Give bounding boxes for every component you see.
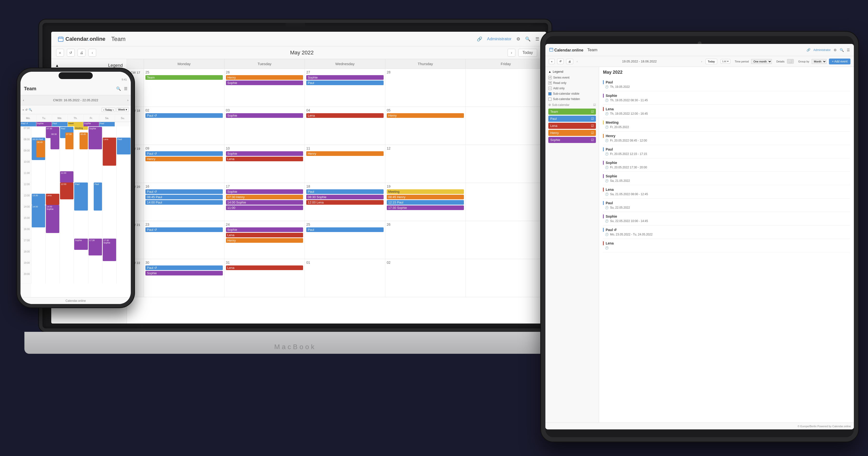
day-cell-20[interactable]	[466, 183, 546, 221]
day-cell-05[interactable]: 05 Henry	[385, 107, 466, 145]
menu-icon[interactable]: ☰	[535, 36, 539, 42]
day-cell-19[interactable]: 19 Meeting 08:45 Henry 12:15 Paul 17:30 …	[385, 183, 466, 221]
event-lena-cw22[interactable]: Lena	[226, 265, 303, 270]
day-cell-26b[interactable]: 26	[385, 221, 466, 259]
event-sophie-cw18[interactable]: Sophie	[226, 113, 303, 118]
phone-ev-henry-thu-0845[interactable]: 08:45	[80, 132, 88, 149]
tablet-person-paul-3[interactable]: Paul	[603, 201, 850, 205]
phone-ev-paul-thu-1215[interactable]: Paul	[74, 183, 88, 210]
tablet-groupby-select[interactable]: Month	[812, 59, 827, 64]
collapse-icon[interactable]: ▲	[55, 63, 59, 68]
nav-refresh-btn[interactable]: ↺	[67, 49, 75, 57]
day-cell-25b[interactable]: 25 Paul	[305, 221, 385, 259]
event-paul-cw18[interactable]: Paul ↺	[146, 113, 223, 118]
event-sophie-cw17-wed[interactable]: Sophie	[306, 75, 383, 80]
event-sophie-cw20-1100[interactable]: 11:00	[226, 205, 303, 210]
tablet-cal-henry[interactable]: Henry ☑	[548, 130, 596, 136]
day-cell-16[interactable]: 16 Paul ↺ 08:45 Paul 14:00 Paul	[144, 183, 224, 221]
phone-mini-meeti[interactable]: Meeti	[68, 122, 84, 126]
phone-mini-sophie-tu[interactable]: Sophie	[36, 122, 52, 126]
phone-nav-first[interactable]: «	[23, 108, 24, 111]
phone-prev-btn[interactable]: ‹ Today ›	[101, 107, 116, 112]
event-henry-cw19-wed[interactable]: Henry	[306, 151, 383, 156]
day-cell-26[interactable]: 26 Henry Sophie	[224, 69, 305, 107]
phone-ev-paul-mon-1330[interactable]: 13:30	[32, 194, 45, 205]
nav-next-btn[interactable]: ›	[507, 49, 516, 57]
day-cell-02[interactable]: 02 Paul ↺	[144, 107, 224, 145]
tablet-nav-refresh[interactable]: ↺	[557, 59, 564, 64]
tablet-nav-print[interactable]: 🖨	[566, 59, 573, 64]
day-cell-11[interactable]: 11 Henry	[305, 145, 385, 183]
tablet-collapse-icon[interactable]: ▲	[548, 70, 551, 73]
event-sophie-cw20-1400[interactable]: 14:00 Sophie	[226, 200, 303, 205]
phone-ev-paul-sun[interactable]: Paul	[117, 138, 130, 155]
admin-label[interactable]: Administrator	[487, 37, 512, 41]
event-meeting-cw20[interactable]: Meeting	[387, 189, 464, 194]
day-cell-06[interactable]	[466, 107, 546, 145]
day-cell-03[interactable]: 03 Sophie	[224, 107, 305, 145]
event-henry-cw20-0845[interactable]: 08:45 Henry	[387, 195, 464, 199]
tablet-person-sophie-1[interactable]: Sophie	[603, 94, 850, 98]
event-paul-cw21-wed[interactable]: Paul	[306, 227, 383, 232]
phone-ev-paul-mon-1400[interactable]: 14:00	[32, 205, 45, 227]
event-henry-cw21[interactable]: Henry	[226, 238, 303, 243]
phone-mini-sophie-fr[interactable]: Sophie	[84, 122, 99, 126]
phone-mini-paul[interactable]: Paul ↺	[21, 122, 36, 126]
phone-ev-sophie-wed-1100[interactable]: 11:00	[60, 171, 73, 183]
tablet-nav-first[interactable]: «	[549, 59, 555, 64]
event-paul-cw22[interactable]: Paul ↺	[146, 265, 223, 270]
phone-ev-sophie-fri[interactable]: Sophie	[89, 127, 102, 149]
event-sophie-cw20-0830[interactable]: 08:30 Sophie	[306, 195, 383, 199]
phone-week-btn[interactable]: Week ▾	[116, 107, 129, 112]
day-cell-31[interactable]: 31 Lena	[224, 259, 305, 297]
event-henry-cw17[interactable]: Henry	[226, 75, 303, 80]
phone-ev-sophie-tue-0830[interactable]: 08:30	[51, 132, 59, 149]
nav-prev-btn[interactable]: ‹	[88, 49, 96, 57]
event-sophie-cw20[interactable]: Sophie	[226, 189, 303, 194]
phone-next-icon[interactable]: ›	[127, 98, 128, 102]
tablet-add-event-btn[interactable]: + Add event	[829, 59, 850, 64]
tablet-prev-icon[interactable]: ‹	[577, 60, 578, 63]
event-lena-cw19[interactable]: Lena	[226, 157, 303, 161]
phone-search-icon[interactable]: 🔍	[116, 86, 121, 91]
tablet-cal-paul[interactable]: Paul ☑	[548, 116, 596, 122]
day-cell-25[interactable]: 25 Team	[144, 69, 224, 107]
day-cell-18[interactable]: 18 Paul 08:30 Sophie 12:00 Lena	[305, 183, 385, 221]
tablet-person-lena-1[interactable]: Lena	[603, 107, 850, 111]
day-cell-29[interactable]	[466, 69, 546, 107]
day-cell-02b[interactable]: 02	[385, 259, 466, 297]
tablet-list-btn[interactable]: List ▾	[721, 59, 731, 64]
tablet-search-icon[interactable]: 🔍	[840, 48, 844, 52]
day-cell-10[interactable]: 10 Sophie Lena	[224, 145, 305, 183]
phone-ev-henry-wed-0730[interactable]: 07:30	[65, 132, 73, 149]
event-henry-cw18[interactable]: Henry	[387, 113, 464, 118]
tablet-person-paul-2[interactable]: Paul	[603, 148, 850, 151]
event-paul-cw21[interactable]: Paul ↺	[146, 227, 223, 232]
phone-ev-sophie-sat-1730[interactable]: 17:30 Sophie	[103, 239, 116, 261]
day-cell-13[interactable]	[466, 145, 546, 183]
day-cell-03b[interactable]	[466, 259, 546, 297]
day-cell-27b[interactable]	[466, 221, 546, 259]
event-sophie-cw22[interactable]: Sophie	[146, 271, 223, 275]
phone-ev-paul-fri-1215[interactable]: Paul	[94, 183, 102, 210]
day-cell-09[interactable]: 09 Paul ↺ Henry	[144, 145, 224, 183]
day-cell-30[interactable]: 30 Paul ↺ Sophie	[144, 259, 224, 297]
tablet-person-sophie-2[interactable]: Sophie	[603, 161, 850, 165]
phone-nav-refresh[interactable]: ↺	[25, 108, 28, 111]
event-sophie-cw19[interactable]: Sophie	[226, 151, 303, 156]
day-cell-04[interactable]: 04 Lena	[305, 107, 385, 145]
event-sophie-cw20-1730[interactable]: 17:30 Sophie	[387, 205, 464, 210]
event-lena-cw18[interactable]: Lena	[306, 113, 383, 118]
tablet-person-sophie-4[interactable]: Sophie	[603, 215, 850, 218]
phone-ev-sophie-tue-1400[interactable]: 14:00 Sophie	[46, 205, 59, 233]
tablet-menu-icon[interactable]: ☰	[847, 48, 850, 52]
event-henry-cw19[interactable]: Henry	[146, 157, 223, 161]
event-paul-cw19[interactable]: Paul ↺	[146, 151, 223, 156]
tablet-person-paul[interactable]: Paul	[603, 80, 850, 84]
settings-icon[interactable]: ⚙	[516, 36, 520, 42]
tablet-person-lena-2[interactable]: Lena	[603, 188, 850, 192]
tablet-sub-cal-check[interactable]: ☑	[593, 103, 596, 107]
phone-menu-icon[interactable]: ☰	[124, 86, 127, 91]
phone-mini-paul-wed[interactable]: Paul	[52, 122, 68, 126]
event-sophie-cw17[interactable]: Sophie	[226, 80, 303, 85]
